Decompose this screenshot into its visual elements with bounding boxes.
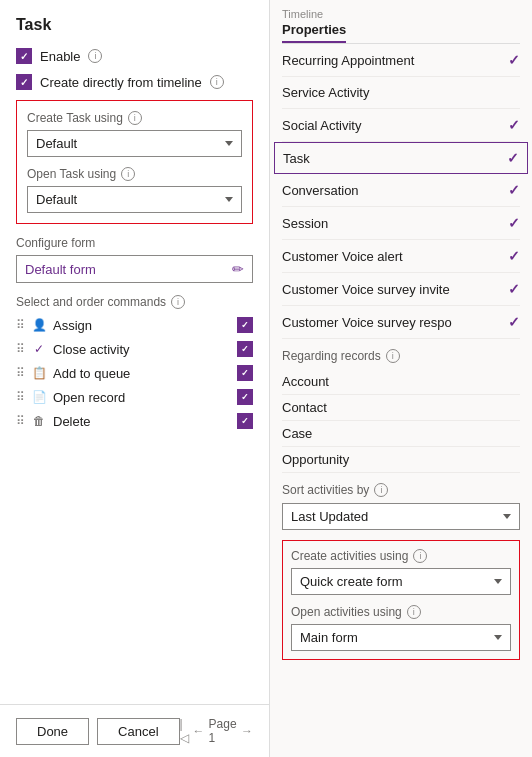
sort-chevron-icon [503,514,511,519]
sort-info-icon[interactable]: i [374,483,388,497]
command-close-activity: ⠿ ✓ Close activity [16,341,253,357]
configure-form-row[interactable]: Default form ✏ [16,255,253,283]
activity-item[interactable]: Session✓ [282,207,520,240]
done-button[interactable]: Done [16,718,89,745]
edit-icon[interactable]: ✏ [232,261,244,277]
drag-handle-close[interactable]: ⠿ [16,342,25,356]
create-directly-checkbox[interactable] [16,74,32,90]
activity-item[interactable]: Social Activity✓ [282,109,520,142]
commands-section: Select and order commands i ⠿ 👤 Assign ⠿… [16,295,253,429]
activity-item[interactable]: Customer Voice survey respo✓ [282,306,520,339]
close-activity-label: Close activity [53,342,231,357]
create-activities-value: Quick create form [300,574,403,589]
activity-item[interactable]: Recurring Appointment✓ [282,44,520,77]
open-activities-chevron-icon [494,635,502,640]
queue-icon: 📋 [31,365,47,381]
configure-form-section: Configure form Default form ✏ [16,236,253,283]
drag-handle-delete[interactable]: ⠿ [16,414,25,428]
activity-check-icon: ✓ [508,281,520,297]
open-task-chevron-icon [225,197,233,202]
command-open-record: ⠿ 📄 Open record [16,389,253,405]
regarding-item[interactable]: Case [282,421,520,447]
add-to-queue-label: Add to queue [53,366,231,381]
open-record-checkbox[interactable] [237,389,253,405]
activity-item[interactable]: Service Activity [282,77,520,109]
activity-name: Customer Voice survey respo [282,315,452,330]
command-delete: ⠿ 🗑 Delete [16,413,253,429]
create-task-info-icon[interactable]: i [128,111,142,125]
open-activities-info-icon[interactable]: i [407,605,421,619]
activity-check-icon: ✓ [508,117,520,133]
create-directly-info-icon[interactable]: i [210,75,224,89]
sort-dropdown[interactable]: Last Updated [282,503,520,530]
timeline-label: Timeline [282,8,520,20]
next-page-icon[interactable]: → [241,724,253,738]
create-task-dropdown[interactable]: Default [27,130,242,157]
close-activity-checkbox[interactable] [237,341,253,357]
drag-handle-queue[interactable]: ⠿ [16,366,25,380]
drag-handle-assign[interactable]: ⠿ [16,318,25,332]
open-task-dropdown[interactable]: Default [27,186,242,213]
create-activities-label-row: Create activities using i [291,549,511,563]
regarding-item[interactable]: Account [282,369,520,395]
properties-tab[interactable]: Properties [282,22,346,43]
page-label: Page 1 [209,717,237,745]
activity-name: Customer Voice alert [282,249,403,264]
enable-checkbox[interactable] [16,48,32,64]
assign-user-icon: 👤 [31,317,47,333]
create-activities-label: Create activities using [291,549,408,563]
regarding-label: Regarding records [282,349,381,363]
create-activities-info-icon[interactable]: i [413,549,427,563]
regarding-items: AccountContactCaseOpportunity [282,369,520,473]
create-directly-label: Create directly from timeline [40,75,202,90]
configure-form-label-row: Configure form [16,236,253,250]
open-task-label: Open Task using [27,167,116,181]
activity-list: Recurring Appointment✓Service ActivitySo… [270,44,532,339]
regarding-item[interactable]: Opportunity [282,447,520,473]
task-form-section: Create Task using i Default Open Task us… [16,100,253,224]
activity-check-icon: ✓ [508,52,520,68]
regarding-item[interactable]: Contact [282,395,520,421]
assign-checkbox[interactable] [237,317,253,333]
commands-info-icon[interactable]: i [171,295,185,309]
sort-label: Sort activities by [282,483,369,497]
regarding-title: Regarding records i [282,349,520,363]
open-activities-dropdown[interactable]: Main form [291,624,511,651]
delete-checkbox[interactable] [237,413,253,429]
create-task-label: Create Task using [27,111,123,125]
cancel-button[interactable]: Cancel [97,718,179,745]
drag-handle-open[interactable]: ⠿ [16,390,25,404]
activity-check-icon: ✓ [508,182,520,198]
right-panel: Timeline Properties Recurring Appointmen… [270,0,532,757]
regarding-info-icon[interactable]: i [386,349,400,363]
first-page-icon[interactable]: |◁ [180,717,189,745]
right-panel-header: Timeline Properties [270,0,532,44]
create-task-label-row: Create Task using i [27,111,242,125]
enable-info-icon[interactable]: i [88,49,102,63]
activity-item[interactable]: Customer Voice survey invite✓ [282,273,520,306]
activity-check-icon: ✓ [507,150,519,166]
open-task-info-icon[interactable]: i [121,167,135,181]
sort-section: Sort activities by i Last Updated [270,473,532,530]
delete-trash-icon: 🗑 [31,413,47,429]
create-activities-dropdown[interactable]: Quick create form [291,568,511,595]
right-panel-body: Recurring Appointment✓Service ActivitySo… [270,44,532,757]
commands-label-row: Select and order commands i [16,295,253,309]
activity-name: Service Activity [282,85,369,100]
create-task-chevron-icon [225,141,233,146]
activity-item[interactable]: Customer Voice alert✓ [282,240,520,273]
open-record-icon: 📄 [31,389,47,405]
open-activities-label: Open activities using [291,605,402,619]
panel-title: Task [16,16,253,34]
open-task-value: Default [36,192,77,207]
activity-item[interactable]: Conversation✓ [282,174,520,207]
open-activities-label-row: Open activities using i [291,605,511,619]
prev-page-icon[interactable]: ← [193,724,205,738]
activity-item[interactable]: Task✓ [274,142,528,174]
add-to-queue-checkbox[interactable] [237,365,253,381]
activity-name: Conversation [282,183,359,198]
assign-label: Assign [53,318,231,333]
activity-name: Task [283,151,310,166]
activity-name: Session [282,216,328,231]
pagination: |◁ ← Page 1 → [180,717,253,745]
